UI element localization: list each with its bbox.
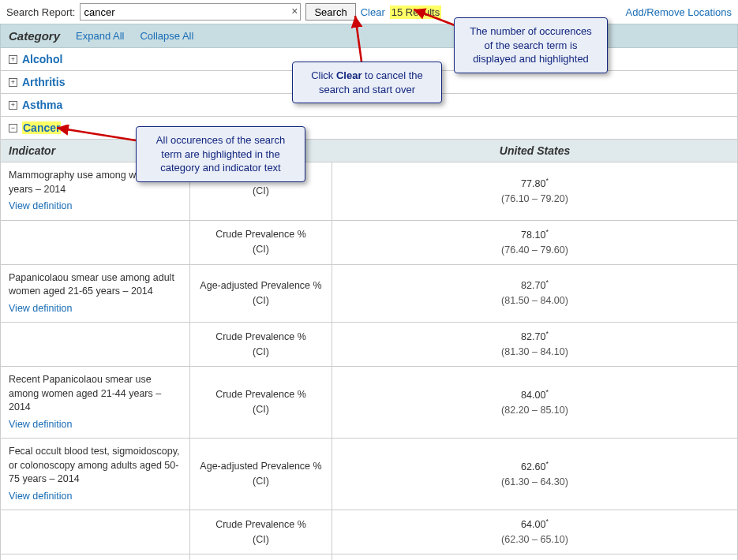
view-definition-link[interactable]: View definition <box>9 490 182 504</box>
search-input-wrap: × <box>80 3 301 21</box>
value-cell: 62.60* (61.30 – 64.30) <box>332 439 737 510</box>
indicator-text: Recent Papanicolaou smear use among wome… <box>9 374 161 413</box>
data-row: Crude Prevalence % (CI) 82.70* (81.30 – … <box>0 323 738 367</box>
data-row: Mammography use among wome years – 2014 … <box>0 162 738 221</box>
value-cell: 77.80* (76.10 – 79.20) <box>332 162 737 220</box>
value-cell: 82.70* (81.30 – 84.10) <box>332 323 737 366</box>
callout-highlight: All occurences of the search term are hi… <box>136 126 305 182</box>
measure-cell: Crude Prevalence % (CI) <box>190 221 332 264</box>
data-row: Crude Prevalence % (CI) 78.10* (76.40 – … <box>0 221 738 265</box>
collapse-all-link[interactable]: Collapse All <box>140 30 193 42</box>
callout-results: The number of occurences of the search t… <box>454 17 608 73</box>
measure-cell: Crude Prevalence % (CI) <box>190 367 332 438</box>
view-definition-link[interactable]: View definition <box>9 200 182 214</box>
indicator-cell <box>1 510 190 554</box>
measure-cell: Age-adjusted Prevalence % (CI) <box>190 439 332 510</box>
value-cell: 459.8˜˜˜˜˜ (459.4 – 460.1) <box>332 554 737 560</box>
svg-line-0 <box>414 9 455 25</box>
expand-all-link[interactable]: Expand All <box>76 30 124 42</box>
collapse-icon[interactable]: − <box>9 124 17 133</box>
indicator-cell <box>1 221 190 264</box>
arrow-icon <box>409 5 456 28</box>
indicator-cell: Fecal occult blood test, sigmoidoscopy, … <box>1 439 190 510</box>
data-row: Recent Papanicolaou smear use among wome… <box>0 367 738 439</box>
measure-cell: Age-adjusted Prevalence % (CI) <box>190 265 332 323</box>
clear-input-icon[interactable]: × <box>291 5 298 17</box>
expand-icon[interactable]: + <box>9 101 17 110</box>
value-cell: 64.00* (62.30 – 65.10) <box>332 510 737 554</box>
view-definition-link[interactable]: View definition <box>9 418 182 432</box>
expand-icon[interactable]: + <box>9 78 17 87</box>
indicator-text: years – 2014 <box>9 184 66 195</box>
add-remove-locations-link[interactable]: Add/Remove Locations <box>626 6 732 18</box>
arrow-icon <box>347 13 371 63</box>
data-row: Fecal occult blood test, sigmoidoscopy, … <box>0 439 738 510</box>
svg-line-2 <box>57 128 136 140</box>
indicator-text: Papanicolaou smear use among adult women… <box>9 272 174 297</box>
value-cell: 84.00* (82.20 – 85.10) <box>332 367 737 438</box>
indicator-cell: Recent Papanicolaou smear use among wome… <box>1 367 190 438</box>
indicator-cell: Papanicolaou smear use among adult women… <box>1 265 190 323</box>
indicator-text: Fecal occult blood test, sigmoidoscopy, … <box>9 446 180 484</box>
measure-cell: Crude Prevalence % (CI) <box>190 510 332 554</box>
search-input[interactable] <box>80 3 301 21</box>
indicator-cell: Invasive cancer (all sites combined), in… <box>1 554 190 560</box>
category-name[interactable]: Arthritis <box>22 76 65 88</box>
category-name[interactable]: Asthma <box>22 99 62 111</box>
expand-icon[interactable]: + <box>9 55 17 64</box>
data-row: Papanicolaou smear use among adult women… <box>0 265 738 323</box>
svg-line-1 <box>355 16 362 62</box>
view-definition-link[interactable]: View definition <box>9 302 182 316</box>
value-cell: 82.70* (81.50 – 84.00) <box>332 265 737 323</box>
arrow-icon <box>52 125 139 148</box>
category-heading: Category <box>9 29 60 43</box>
value-cell: 78.10* (76.40 – 79.60) <box>332 221 737 264</box>
search-label: Search Report: <box>6 6 75 18</box>
indicator-cell <box>1 323 190 366</box>
indicator-text: Mammography use among wome <box>9 170 155 181</box>
callout-clear: Click Clear to cancel the search and sta… <box>292 62 442 103</box>
location-column-header: United States <box>332 140 737 162</box>
data-row: Invasive cancer (all sites combined), in… <box>0 554 738 560</box>
measure-cell: Average Annual Age-adjusted Rate per 100… <box>190 554 332 560</box>
data-row: Crude Prevalence % (CI) 64.00* (62.30 – … <box>0 510 738 554</box>
category-name[interactable]: Alcohol <box>22 53 62 65</box>
measure-cell: Crude Prevalence % (CI) <box>190 323 332 366</box>
